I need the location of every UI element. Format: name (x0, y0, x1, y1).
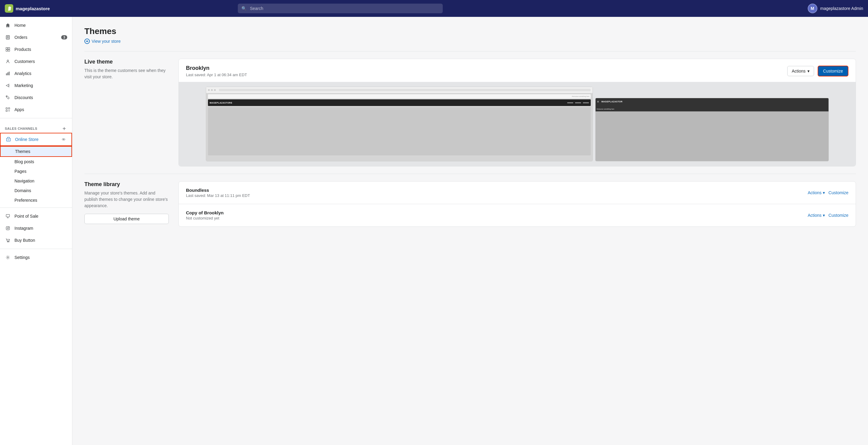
live-theme-section: Live theme This is the theme customers s… (84, 59, 856, 167)
buy-button-icon (5, 237, 11, 243)
svg-point-12 (6, 96, 7, 97)
sidebar-label-online-store: Online Store (15, 137, 38, 142)
svg-point-26 (7, 257, 9, 258)
search-input[interactable] (238, 4, 443, 13)
preview-desktop: Announce something here MAGEPLAZASTORE (206, 87, 593, 161)
svg-rect-9 (6, 73, 7, 75)
discounts-icon (5, 95, 11, 101)
sidebar: Home Orders 3 Products Customers Analy (0, 17, 72, 445)
sidebar-item-navigation[interactable]: Navigation (0, 176, 72, 186)
sidebar-item-analytics[interactable]: Analytics (0, 67, 72, 79)
divider-2 (0, 207, 72, 208)
page-title: Themes (84, 27, 856, 36)
sidebar-item-home[interactable]: Home (0, 19, 72, 31)
svg-point-28 (87, 41, 88, 42)
list-item: Boundless Last saved: Mar 13 at 11:11 pm… (179, 181, 856, 204)
avatar: M (808, 4, 817, 13)
library-actions-button-1[interactable]: Actions ▾ (808, 213, 825, 218)
library-description: Manage your store's themes. Add and publ… (84, 190, 169, 209)
preview-desktop-content: Announce something here MAGEPLAZASTORE (206, 93, 592, 161)
sidebar-item-products[interactable]: Products (0, 43, 72, 56)
chevron-down-icon: ▾ (823, 213, 825, 218)
add-channel-button[interactable] (61, 126, 67, 132)
sidebar-label-customers: Customers (14, 59, 35, 64)
sidebar-item-online-store[interactable]: Online Store (0, 133, 72, 146)
sidebar-item-discounts[interactable]: Discounts (0, 92, 72, 104)
svg-rect-7 (8, 50, 10, 52)
sidebar-label-discounts: Discounts (14, 95, 33, 100)
view-store-link[interactable]: View your store (84, 38, 856, 44)
sidebar-item-settings[interactable]: Settings (0, 251, 72, 264)
chevron-down-icon: ▾ (823, 190, 825, 195)
divider-1 (0, 118, 72, 118)
preview-body (208, 107, 591, 156)
customize-button[interactable]: Customize (818, 66, 848, 76)
library-customize-button-0[interactable]: Customize (829, 190, 848, 195)
sidebar-item-themes[interactable]: Themes (0, 146, 72, 157)
divider-main-1 (84, 51, 856, 52)
preview-mobile-content (595, 111, 829, 161)
sidebar-label-instagram: Instagram (14, 226, 33, 231)
live-theme-info: Live theme This is the theme customers s… (84, 59, 169, 167)
online-store-icon (5, 136, 11, 142)
brand-logo[interactable]: mageplazastore (5, 4, 53, 13)
sidebar-item-pages[interactable]: Pages (0, 167, 72, 176)
list-item: Copy of Brooklyn Not customized yet Acti… (179, 204, 856, 227)
sidebar-label-settings: Settings (14, 255, 30, 260)
sidebar-item-blog-posts[interactable]: Blog posts (0, 157, 72, 167)
svg-rect-10 (7, 73, 8, 75)
library-item-actions-0: Actions ▾ Customize (808, 190, 848, 195)
sales-channels-header: Sales Channels (0, 121, 72, 133)
preview-mobile-bar: ≡ MAGEPLAZASTOR (595, 98, 829, 105)
shopify-icon (5, 4, 13, 13)
svg-rect-13 (6, 108, 7, 109)
svg-rect-5 (8, 47, 10, 49)
live-theme-description: This is the theme customers see when the… (84, 67, 169, 80)
library-item-info-1: Copy of Brooklyn Not customized yet (186, 210, 224, 220)
search-icon: 🔍 (241, 6, 247, 11)
preview-dot-3 (214, 89, 216, 91)
sidebar-item-point-of-sale[interactable]: Point of Sale (0, 210, 72, 222)
user-menu[interactable]: M mageplazastore Admin (808, 4, 863, 13)
sidebar-item-marketing[interactable]: Marketing (0, 79, 72, 92)
svg-rect-0 (6, 36, 9, 39)
svg-rect-4 (6, 47, 8, 49)
theme-last-saved: Last saved: Apr 1 at 06:34 am EDT (186, 73, 247, 77)
library-info: Theme library Manage your store's themes… (84, 181, 169, 227)
sidebar-item-apps[interactable]: Apps (0, 104, 72, 115)
customers-icon (5, 59, 11, 64)
eye-icon[interactable] (61, 136, 67, 142)
svg-point-24 (7, 241, 8, 242)
library-customize-button-1[interactable]: Customize (829, 213, 848, 218)
sidebar-label-marketing: Marketing (14, 83, 33, 88)
sidebar-item-customers[interactable]: Customers (0, 56, 72, 67)
sidebar-item-buy-button[interactable]: Buy Button (0, 234, 72, 246)
orders-badge: 3 (61, 35, 67, 39)
eye-circle-icon (84, 38, 90, 44)
svg-rect-14 (8, 108, 10, 109)
preview-dot-2 (211, 89, 213, 91)
library-actions-button-0[interactable]: Actions ▾ (808, 190, 825, 195)
svg-point-8 (7, 60, 9, 61)
sidebar-item-orders[interactable]: Orders 3 (0, 31, 72, 43)
sidebar-item-domains[interactable]: Domains (0, 186, 72, 195)
apps-icon (5, 107, 11, 113)
library-theme-name-1: Copy of Brooklyn (186, 210, 224, 215)
top-navigation: mageplazastore 🔍 M mageplazastore Admin (0, 0, 868, 17)
preview-browser-bar (206, 87, 592, 93)
theme-preview: Announce something here MAGEPLAZASTORE (179, 82, 856, 166)
sidebar-item-preferences[interactable]: Preferences (0, 195, 72, 205)
instagram-icon (5, 225, 11, 231)
sidebar-label-orders: Orders (14, 35, 27, 40)
svg-rect-6 (6, 50, 8, 52)
sidebar-label-analytics: Analytics (14, 71, 31, 76)
upload-theme-button[interactable]: Upload theme (84, 214, 169, 224)
library-card: Boundless Last saved: Mar 13 at 11:11 pm… (179, 181, 856, 227)
preview-dot-1 (208, 89, 210, 91)
sidebar-item-instagram[interactable]: Instagram (0, 222, 72, 234)
analytics-icon (5, 70, 11, 76)
divider-3 (0, 249, 72, 249)
actions-button[interactable]: Actions ▾ (787, 66, 814, 76)
sidebar-label-apps: Apps (14, 107, 24, 112)
pos-icon (5, 213, 11, 219)
